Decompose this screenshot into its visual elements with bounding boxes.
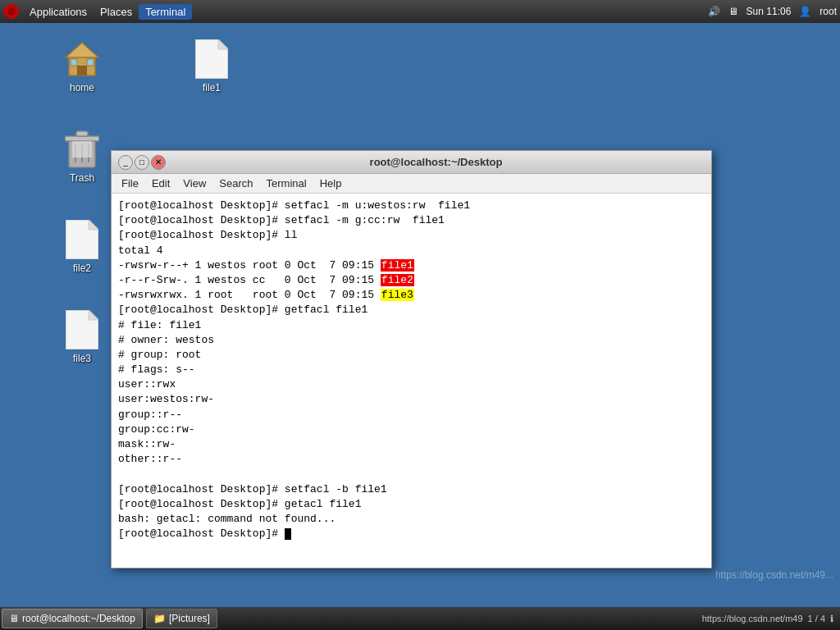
term-line-18 <box>118 467 705 482</box>
terminal-task-label: root@localhost:~/Desktop <box>22 613 135 624</box>
svg-marker-17 <box>89 220 98 230</box>
menu-help[interactable]: Help <box>313 176 349 191</box>
menu-search[interactable]: Search <box>212 176 259 191</box>
desktop-icon-trash[interactable]: Trash <box>49 130 115 184</box>
maximize-button[interactable]: □ <box>135 155 149 170</box>
desktop-icon-file1[interactable]: file1 <box>179 39 244 94</box>
term-line-8: # file: file1 <box>118 318 705 333</box>
home-label: home <box>70 82 94 94</box>
term-line-16: mask::rw- <box>118 437 705 452</box>
svg-marker-8 <box>218 39 228 49</box>
term-line-2: [root@localhost Desktop]# ll <box>118 228 705 243</box>
term-line-6: -rwsrwxrwx. 1 root root 0 Oct 7 09:15 fi… <box>118 288 705 303</box>
term-line-0: [root@localhost Desktop]# setfacl -m u:w… <box>118 199 705 213</box>
term-line-5: -r--r-Srw-. 1 westos cc 0 Oct 7 09:15 fi… <box>118 273 705 288</box>
term-line-21: bash: getacl: command not found... <box>118 512 705 527</box>
taskbar-url: https://blog.csdn.net/m49 <box>702 614 803 623</box>
desktop-icon-file2[interactable]: file2 <box>49 220 115 274</box>
file1-label: file1 <box>203 82 221 94</box>
taskbar-item-terminal[interactable]: 🖥 root@localhost:~/Desktop <box>2 609 143 628</box>
home-icon <box>62 39 102 79</box>
title-bar: _ □ ✕ root@localhost:~/Desktop <box>112 151 711 174</box>
file1-icon <box>192 39 231 79</box>
watermark: https://blog.csdn.net/m49... <box>715 569 833 581</box>
desktop: home file1 Trash <box>0 23 840 607</box>
svg-marker-3 <box>66 43 98 57</box>
term-line-4: -rwsrw-r--+ 1 westos root 0 Oct 7 09:15 … <box>118 258 705 273</box>
display-icon[interactable]: 🖥 <box>728 6 738 17</box>
file2-icon <box>62 220 102 259</box>
close-button[interactable]: ✕ <box>151 155 166 170</box>
username: root <box>819 6 837 17</box>
file3-label: file3 <box>73 353 91 364</box>
term-line-prompt: [root@localhost Desktop]# <box>118 527 705 541</box>
terminal-cursor <box>285 528 291 540</box>
desktop-icon-file3[interactable]: file3 <box>49 310 115 364</box>
os-logo <box>3 3 20 20</box>
minimize-button[interactable]: _ <box>118 155 133 170</box>
menu-applications[interactable]: Applications <box>23 4 94 20</box>
file1-highlight: file1 <box>381 259 414 272</box>
user-icon: 👤 <box>799 6 811 17</box>
terminal-task-icon: 🖥 <box>9 613 19 624</box>
volume-icon[interactable]: 🔊 <box>708 6 720 17</box>
terminal-menu-bar: File Edit View Search Terminal Help <box>112 174 711 194</box>
svg-rect-4 <box>77 66 87 75</box>
menubar-right: 🔊 🖥 Sun 11:06 👤 root <box>708 6 837 17</box>
svg-rect-11 <box>76 131 88 136</box>
term-line-10: # group: root <box>118 348 705 363</box>
term-line-13: user:westos:rw- <box>118 392 705 407</box>
menu-terminal[interactable]: Terminal <box>260 176 313 191</box>
menu-file[interactable]: File <box>115 176 145 191</box>
taskbar-right: https://blog.csdn.net/m49 1 / 4 ℹ <box>702 614 840 624</box>
term-line-20: [root@localhost Desktop]# getacl file1 <box>118 497 705 512</box>
term-line-11: # flags: s-- <box>118 363 705 377</box>
term-line-19: [root@localhost Desktop]# setfacl -b fil… <box>118 482 705 497</box>
term-line-15: group:cc:rw- <box>118 422 705 437</box>
terminal-window: _ □ ✕ root@localhost:~/Desktop File Edit… <box>111 150 712 568</box>
svg-rect-6 <box>87 59 94 66</box>
svg-rect-10 <box>65 136 99 141</box>
menu-view[interactable]: View <box>176 176 212 191</box>
term-line-7: [root@localhost Desktop]# getfacl file1 <box>118 303 705 317</box>
file2-label: file2 <box>73 262 91 274</box>
term-line-1: [root@localhost Desktop]# setfacl -m g:c… <box>118 213 705 228</box>
datetime: Sun 11:06 <box>746 6 792 17</box>
menu-places[interactable]: Places <box>94 4 139 20</box>
taskbar-page: 1 / 4 <box>808 614 825 623</box>
window-title: root@localhost:~/Desktop <box>166 156 706 168</box>
taskbar: 🖥 root@localhost:~/Desktop 📁 [Pictures] … <box>0 607 840 630</box>
menu-edit[interactable]: Edit <box>145 176 176 191</box>
pictures-task-label: [Pictures] <box>169 613 210 624</box>
menu-terminal-active[interactable]: Terminal <box>139 4 192 20</box>
taskbar-info-icon[interactable]: ℹ <box>830 614 833 624</box>
trash-label: Trash <box>70 172 94 184</box>
term-line-9: # owner: westos <box>118 333 705 348</box>
svg-rect-15 <box>72 141 92 158</box>
term-line-17: other::r-- <box>118 452 705 467</box>
file3-icon <box>62 310 102 349</box>
trash-icon <box>62 130 102 169</box>
desktop-icon-home[interactable]: home <box>49 39 115 94</box>
pictures-task-icon: 📁 <box>153 613 166 624</box>
svg-point-1 <box>7 7 16 16</box>
file2-highlight: file2 <box>381 274 414 286</box>
taskbar-item-pictures[interactable]: 📁 [Pictures] <box>146 609 217 628</box>
term-line-12: user::rwx <box>118 377 705 392</box>
term-line-3: total 4 <box>118 244 705 258</box>
file3-highlight: file3 <box>381 289 414 301</box>
menubar: Applications Places Terminal 🔊 🖥 Sun 11:… <box>0 0 840 23</box>
svg-rect-5 <box>71 59 77 66</box>
terminal-content[interactable]: [root@localhost Desktop]# setfacl -m u:w… <box>112 194 711 568</box>
svg-marker-19 <box>89 310 98 320</box>
term-line-14: group::r-- <box>118 408 705 422</box>
